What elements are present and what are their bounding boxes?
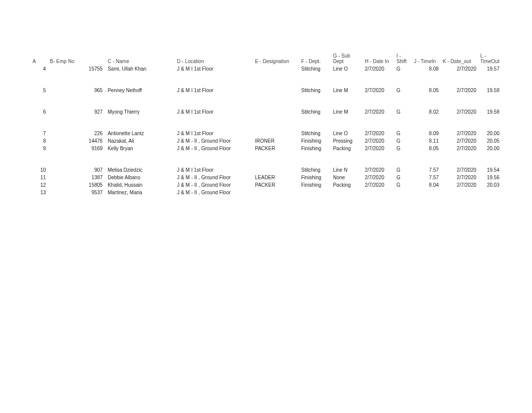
cell-a: 5 <box>31 87 48 94</box>
header-name: C - Name <box>106 25 175 65</box>
table-row: 6927Myong ThierryJ & M I 1st FloorStitch… <box>31 108 501 116</box>
cell-subdept <box>331 189 363 196</box>
cell-empno: 9537 <box>48 189 106 196</box>
cell-datein: 2/7/2020 <box>363 137 394 145</box>
cell-designation <box>253 108 299 116</box>
cell-location: J & M I 1st Floor <box>175 166 253 174</box>
cell-name: Nazakat, Ali <box>106 137 175 145</box>
cell-timeout: 19.54 <box>478 166 501 174</box>
cell-datein: 2/7/2020 <box>363 130 394 137</box>
table-row: 99169Kelly BryanJ & M - II , Ground Floo… <box>31 145 501 152</box>
cell-subdept: Line M <box>331 87 363 94</box>
cell-a: 13 <box>31 189 48 196</box>
cell-dateout: 2/7/2020 <box>441 145 478 152</box>
cell-timeout: 19.57 <box>478 65 501 73</box>
cell-location: J & M - II , Ground Floor <box>175 181 253 189</box>
cell-designation: PACKER <box>253 145 299 152</box>
cell-subdept: None <box>331 174 363 181</box>
cell-subdept: Line M <box>331 108 363 116</box>
spacer-row <box>31 116 501 130</box>
cell-empno: 965 <box>48 87 106 94</box>
cell-timeout: 20.00 <box>478 145 501 152</box>
table-row: 7226Antionette LantzJ & M I 1st FloorSti… <box>31 130 501 137</box>
cell-dept: Stitching <box>299 87 331 94</box>
cell-dept: Finishing <box>299 137 331 145</box>
cell-name: Sami, Ullah Khan <box>106 65 175 73</box>
cell-empno: 907 <box>48 166 106 174</box>
cell-shift: G <box>395 174 412 181</box>
cell-shift: G <box>395 145 412 152</box>
cell-dept: Stitching <box>299 65 331 73</box>
spacer-row <box>31 73 501 87</box>
cell-dateout <box>441 189 478 196</box>
cell-shift: G <box>395 181 412 189</box>
cell-name: Kelly Bryan <box>106 145 175 152</box>
cell-name: Melisa Dziedzic <box>106 166 175 174</box>
cell-timein: 8.02 <box>412 108 441 116</box>
cell-dept: Finishing <box>299 181 331 189</box>
data-table: A B- Emp No C - Name D - Location E - De… <box>31 25 501 196</box>
cell-datein: 2/7/2020 <box>363 174 394 181</box>
cell-timein: 8.04 <box>412 181 441 189</box>
table-row: 415755Sami, Ullah KhanJ & M I 1st FloorS… <box>31 65 501 73</box>
cell-subdept: Line N <box>331 166 363 174</box>
cell-datein: 2/7/2020 <box>363 108 394 116</box>
cell-subdept: Line O <box>331 65 363 73</box>
cell-a: 9 <box>31 145 48 152</box>
header-dateout: K - Date_out <box>441 25 478 65</box>
cell-dateout: 2/7/2020 <box>441 130 478 137</box>
cell-location: J & M - II , Ground Floor <box>175 189 253 196</box>
cell-empno: 9169 <box>48 145 106 152</box>
table-row: 1215805Khalid, HussainJ & M - II , Groun… <box>31 181 501 189</box>
cell-designation <box>253 65 299 73</box>
cell-shift: G <box>395 87 412 94</box>
cell-designation <box>253 87 299 94</box>
cell-shift: G <box>395 137 412 145</box>
cell-dateout: 2/7/2020 <box>441 137 478 145</box>
cell-designation: LEADER <box>253 174 299 181</box>
cell-name: Myong Thierry <box>106 108 175 116</box>
cell-timeout: 19.58 <box>478 87 501 94</box>
cell-a: 10 <box>31 166 48 174</box>
cell-designation <box>253 130 299 137</box>
table-body: 415755Sami, Ullah KhanJ & M I 1st FloorS… <box>31 65 501 196</box>
cell-shift: G <box>395 166 412 174</box>
cell-empno: 927 <box>48 108 106 116</box>
cell-designation: IRONER <box>253 137 299 145</box>
cell-a: 6 <box>31 108 48 116</box>
table-row: 5965Penney NeihoffJ & M I 1st FloorStitc… <box>31 87 501 94</box>
cell-timeout: 19.58 <box>478 108 501 116</box>
cell-datein: 2/7/2020 <box>363 166 394 174</box>
cell-timeout: 20.05 <box>478 137 501 145</box>
cell-subdept: Packing <box>331 181 363 189</box>
cell-empno: 15805 <box>48 181 106 189</box>
header-dept: F - Dept. <box>299 25 331 65</box>
cell-dateout: 2/7/2020 <box>441 174 478 181</box>
cell-timein: 8.11 <box>412 137 441 145</box>
cell-subdept: Pressing <box>331 137 363 145</box>
header-designation: E - Designation <box>253 25 299 65</box>
header-row: A B- Emp No C - Name D - Location E - De… <box>31 25 501 65</box>
cell-timein <box>412 189 441 196</box>
cell-location: J & M I 1st Floor <box>175 130 253 137</box>
cell-dateout: 2/7/2020 <box>441 166 478 174</box>
cell-location: J & M - II , Ground Floor <box>175 174 253 181</box>
header-timeout: L - TimeOut <box>478 25 501 65</box>
cell-name: Penney Neihoff <box>106 87 175 94</box>
cell-timeout: 20.00 <box>478 130 501 137</box>
cell-a: 12 <box>31 181 48 189</box>
header-timein: J - TimeIn <box>412 25 441 65</box>
cell-dept: Stitching <box>299 130 331 137</box>
cell-timein: 8.08 <box>412 65 441 73</box>
cell-timein: 8.05 <box>412 145 441 152</box>
cell-name: Debbie Albano <box>106 174 175 181</box>
header-empno: B- Emp No <box>48 25 106 65</box>
cell-datein <box>363 189 394 196</box>
header-shift: I - Shift <box>395 25 412 65</box>
cell-dept: Stitching <box>299 166 331 174</box>
cell-dept: Finishing <box>299 145 331 152</box>
cell-a: 11 <box>31 174 48 181</box>
cell-name: Khalid, Hussain <box>106 181 175 189</box>
header-a: A <box>31 25 48 65</box>
cell-dept: Stitching <box>299 108 331 116</box>
